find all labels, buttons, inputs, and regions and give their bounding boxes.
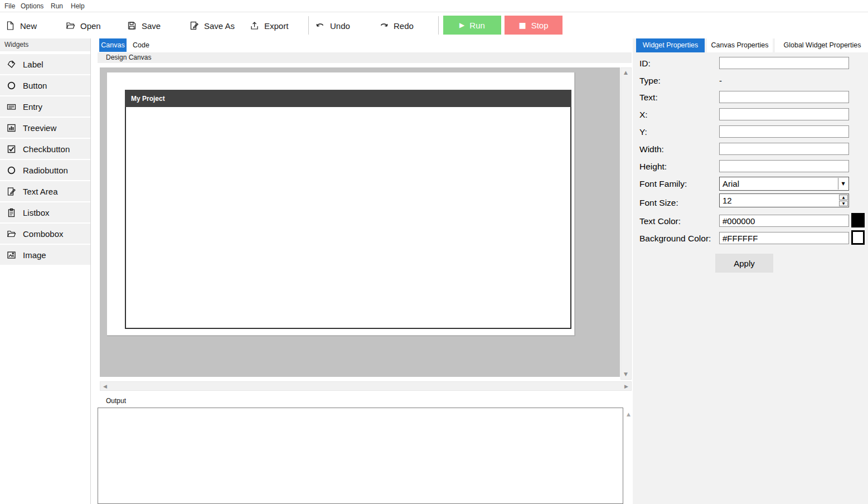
apply-button[interactable]: Apply <box>715 254 773 273</box>
id-field[interactable] <box>719 57 849 69</box>
run-button[interactable]: ▶ Run <box>443 16 501 35</box>
image-icon <box>7 250 16 260</box>
height-field[interactable] <box>719 160 849 172</box>
tab-widget-properties[interactable]: Widget Properties <box>636 38 705 52</box>
save-floppy-icon <box>127 21 137 30</box>
undo-button-label: Undo <box>330 21 350 30</box>
tab-code[interactable]: Code <box>128 38 154 52</box>
type-label: Type: <box>639 75 661 87</box>
sidebar-item-text-area[interactable]: Text Area <box>0 181 90 201</box>
x-field[interactable] <box>719 108 849 120</box>
export-button[interactable]: Export <box>250 21 288 30</box>
tab-canvas[interactable]: Canvas <box>99 38 127 52</box>
play-icon: ▶ <box>459 21 464 29</box>
chevron-down-icon[interactable]: ▼ <box>838 178 848 190</box>
widget-item-label: Treeview <box>23 123 56 133</box>
new-button[interactable]: New <box>6 21 37 30</box>
redo-icon <box>379 21 389 30</box>
preview-window-title: My Project <box>131 95 165 103</box>
undo-button[interactable]: Undo <box>316 21 350 30</box>
output-textarea[interactable] <box>98 408 623 504</box>
circle-icon <box>7 166 16 175</box>
open-button[interactable]: Open <box>66 21 101 30</box>
scroll-up-icon[interactable]: ▲ <box>624 70 628 75</box>
scroll-down-icon[interactable]: ▼ <box>624 372 628 377</box>
output-scroll-up-icon[interactable]: ▲ <box>627 411 631 417</box>
widget-item-label: Label <box>23 60 43 69</box>
widget-item-label: Entry <box>23 102 42 112</box>
scroll-right-icon[interactable]: ▶ <box>624 384 628 389</box>
x-label: X: <box>639 109 648 121</box>
menu-file[interactable]: File <box>4 0 15 12</box>
save-as-document-pencil-icon <box>190 21 199 30</box>
menu-options[interactable]: Options <box>21 0 43 12</box>
tab-canvas-properties[interactable]: Canvas Properties <box>707 38 773 52</box>
preview-window-titlebar: My Project <box>125 90 571 107</box>
background-color-field[interactable] <box>719 232 849 244</box>
open-folder-icon <box>66 21 75 30</box>
widget-list: Label Button Entry Treeview Checkbutton … <box>0 51 90 265</box>
spinner-down-icon[interactable]: ▼ <box>839 201 848 206</box>
sidebar-item-image[interactable]: Image <box>0 245 90 265</box>
menu-bar: File Options Run Help <box>0 0 868 12</box>
y-field[interactable] <box>719 125 849 138</box>
save-as-button[interactable]: Save As <box>190 21 235 30</box>
sidebar-item-checkbutton[interactable]: Checkbutton <box>0 139 90 159</box>
export-icon <box>250 21 259 30</box>
widget-item-label: Button <box>23 81 47 90</box>
clipboard-icon <box>7 208 16 217</box>
font-family-combobox[interactable]: ▼ <box>719 177 849 191</box>
height-label: Height: <box>639 161 667 173</box>
sidebar-item-button[interactable]: Button <box>0 75 90 95</box>
export-button-label: Export <box>264 21 288 30</box>
font-family-label: Font Family: <box>639 178 687 190</box>
new-button-label: New <box>20 21 37 30</box>
canvas-horizontal-scrollbar[interactable]: ◀ ▶ <box>100 381 632 391</box>
folder-icon <box>7 229 16 239</box>
font-size-field[interactable] <box>720 194 838 207</box>
widget-item-label: Combobox <box>23 229 64 239</box>
text-label: Text: <box>639 91 658 104</box>
toolbar-separator <box>308 16 309 35</box>
tab-canvas-properties-label: Canvas Properties <box>711 41 769 49</box>
save-button-label: Save <box>142 21 161 30</box>
entry-field-icon <box>7 102 16 112</box>
tab-widget-properties-label: Widget Properties <box>643 41 698 49</box>
font-size-label: Font Size: <box>639 197 678 209</box>
spinner-up-icon[interactable]: ▲ <box>839 195 848 200</box>
redo-button[interactable]: Redo <box>379 21 414 30</box>
stop-button[interactable]: ■ Stop <box>505 16 562 35</box>
menu-help[interactable]: Help <box>71 0 85 12</box>
tab-global-widget-properties-label: Global Widget Properties <box>784 41 861 49</box>
width-field[interactable] <box>719 143 849 155</box>
sidebar-item-treeview[interactable]: Treeview <box>0 118 90 138</box>
redo-button-label: Redo <box>394 21 414 30</box>
text-color-swatch[interactable] <box>851 213 865 227</box>
preview-window[interactable]: My Project <box>125 90 571 329</box>
text-color-field[interactable] <box>719 215 849 227</box>
sidebar-item-radiobutton[interactable]: Radiobutton <box>0 160 90 180</box>
widgets-sidebar-title: Widgets <box>0 38 90 51</box>
sidebar-item-listbox[interactable]: Listbox <box>0 202 90 222</box>
sidebar-item-entry[interactable]: Entry <box>0 96 90 117</box>
save-button[interactable]: Save <box>127 21 161 30</box>
output-label: Output <box>106 397 126 405</box>
widgets-sidebar: Widgets Label Button Entry Treeview Chec… <box>0 38 91 504</box>
treeview-chart-icon <box>7 123 16 133</box>
save-as-button-label: Save As <box>204 21 235 30</box>
font-family-field[interactable] <box>720 177 838 190</box>
font-size-stepper[interactable]: ▲ ▼ <box>719 193 849 207</box>
text-field[interactable] <box>719 91 849 103</box>
canvas-vertical-scrollbar[interactable]: ▲ ▼ <box>620 67 632 380</box>
sidebar-item-label[interactable]: Label <box>0 54 90 74</box>
preview-window-body[interactable] <box>125 107 571 329</box>
tab-canvas-label: Canvas <box>101 41 124 49</box>
background-color-swatch[interactable] <box>851 230 865 245</box>
sidebar-item-combobox[interactable]: Combobox <box>0 224 90 244</box>
tab-global-widget-properties[interactable]: Global Widget Properties <box>775 38 868 52</box>
undo-icon <box>316 21 325 30</box>
menu-run[interactable]: Run <box>51 0 63 12</box>
scroll-left-icon[interactable]: ◀ <box>103 384 107 389</box>
open-button-label: Open <box>80 21 101 30</box>
design-canvas-surface[interactable]: My Project <box>100 67 620 377</box>
